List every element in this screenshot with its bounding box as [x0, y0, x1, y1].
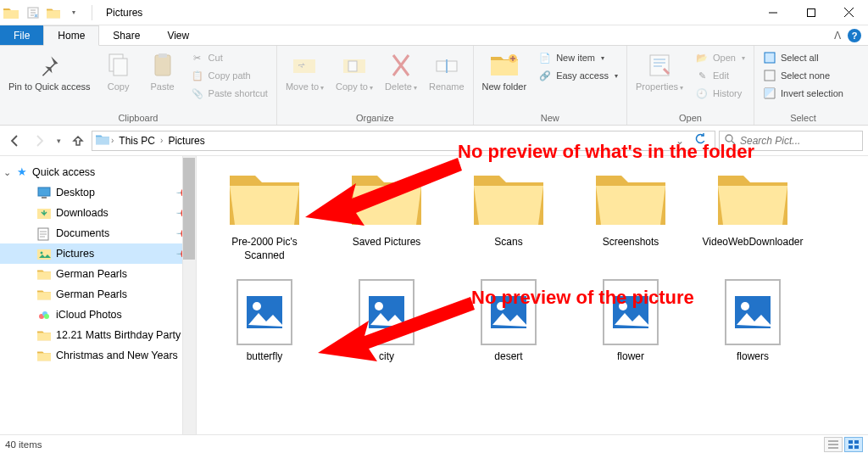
copy-button[interactable]: Copy — [97, 48, 140, 96]
nav-folder-bday[interactable]: 12.21 Matts Birthday Party — [0, 325, 196, 345]
star-icon: ★ — [17, 165, 27, 178]
address-bar: ▾ › This PC › Pictures ⌄ — [0, 126, 868, 156]
svg-rect-5 — [159, 53, 167, 58]
svg-rect-38 — [854, 445, 859, 449]
search-box[interactable] — [719, 131, 863, 151]
picture-item[interactable]: desert — [458, 279, 559, 364]
nav-icloud[interactable]: iCloud Photos — [0, 305, 196, 325]
large-icons-view-button[interactable] — [844, 437, 863, 452]
item-label: flowers — [737, 350, 769, 364]
folder-item[interactable]: Scans — [458, 165, 559, 262]
qat-dropdown-icon[interactable]: ▾ — [64, 3, 83, 22]
tab-view[interactable]: View — [153, 25, 203, 45]
folder-item[interactable]: Screenshots — [580, 165, 682, 262]
nav-pictures[interactable]: Pictures📌 — [0, 243, 196, 264]
nav-desktop[interactable]: Desktop📌 — [0, 182, 196, 203]
rename-button[interactable]: Rename — [424, 48, 470, 96]
nav-quick-access[interactable]: ⌄ ★ Quick access — [0, 161, 196, 182]
cut-button[interactable]: ✂Cut — [186, 49, 273, 66]
open-button[interactable]: 📂Open▾ — [690, 49, 750, 66]
window-icon — [3, 6, 19, 20]
breadcrumb[interactable]: › This PC › Pictures ⌄ — [92, 131, 715, 151]
tab-share[interactable]: Share — [99, 25, 153, 45]
maximize-button[interactable] — [792, 0, 830, 25]
nav-documents[interactable]: Documents📌 — [0, 223, 196, 243]
folder-icon — [468, 165, 549, 231]
qat-new-folder-icon[interactable] — [44, 3, 63, 22]
copy-path-button[interactable]: 📋Copy path — [186, 67, 273, 84]
collapse-ribbon-icon[interactable]: ᐱ — [834, 30, 841, 42]
nav-scrollbar[interactable] — [182, 156, 196, 434]
select-all-icon — [763, 51, 776, 64]
invert-selection-button[interactable]: Invert selection — [758, 85, 849, 102]
group-label-clipboard: Clipboard — [3, 111, 273, 125]
chevron-right-icon[interactable]: › — [111, 136, 114, 145]
edit-icon: ✎ — [695, 69, 709, 82]
folder-icon — [712, 165, 793, 231]
crumb-pictures[interactable]: Pictures — [164, 133, 208, 148]
content-area[interactable]: Pre-2000 Pic's ScannedSaved PicturesScan… — [197, 156, 868, 434]
picture-item[interactable]: flower — [580, 279, 682, 364]
select-all-button[interactable]: Select all — [758, 49, 849, 66]
paste-icon — [153, 51, 173, 80]
pin-to-quick-access-button[interactable]: Pin to Quick access — [3, 48, 96, 96]
move-to-button[interactable]: Move to▾ — [281, 48, 329, 96]
group-label-organize: Organize — [281, 111, 470, 125]
recent-locations-button[interactable]: ▾ — [53, 131, 64, 151]
back-button[interactable] — [5, 131, 25, 151]
history-icon: 🕘 — [695, 87, 709, 100]
easy-access-button[interactable]: 🔗Easy access▾ — [533, 67, 623, 84]
image-file-icon — [712, 279, 793, 345]
qat-properties-icon[interactable] — [24, 3, 42, 22]
history-button[interactable]: 🕘History — [690, 85, 750, 102]
item-label: flower — [617, 350, 644, 364]
folder-item[interactable]: Saved Pictures — [336, 165, 437, 262]
up-button[interactable] — [68, 131, 88, 151]
group-label-select: Select — [758, 111, 849, 125]
help-icon[interactable]: ? — [848, 29, 861, 42]
new-folder-button[interactable]: New folder — [477, 48, 532, 96]
folder-item[interactable]: VideoWebDownloader — [702, 165, 804, 262]
picture-item[interactable]: city — [336, 279, 437, 364]
svg-rect-10 — [765, 53, 775, 63]
nav-folder-gp2[interactable]: German Pearls — [0, 284, 196, 305]
copy-path-icon: 📋 — [191, 69, 204, 82]
nav-downloads[interactable]: Downloads📌 — [0, 203, 196, 223]
address-dropdown-icon[interactable]: ⌄ — [672, 135, 687, 147]
forward-button[interactable] — [29, 131, 49, 151]
copy-icon — [108, 51, 130, 80]
picture-item[interactable]: flowers — [702, 279, 804, 364]
crumb-this-pc[interactable]: This PC — [115, 133, 159, 148]
copy-to-icon — [342, 51, 367, 80]
edit-button[interactable]: ✎Edit — [690, 67, 750, 84]
properties-button[interactable]: Properties▾ — [631, 48, 688, 96]
paste-button[interactable]: Paste — [142, 48, 184, 96]
item-label: Saved Pictures — [353, 236, 421, 249]
search-input[interactable] — [740, 135, 857, 147]
properties-icon — [648, 51, 670, 80]
select-none-button[interactable]: Select none — [758, 67, 849, 84]
tab-home[interactable]: Home — [43, 25, 99, 46]
paste-shortcut-button[interactable]: 📎Paste shortcut — [186, 85, 273, 102]
delete-button[interactable]: Delete▾ — [380, 48, 422, 96]
folder-icon — [96, 133, 109, 148]
close-button[interactable] — [830, 0, 868, 25]
new-item-button[interactable]: 📄New item▾ — [533, 49, 623, 66]
chevron-down-icon[interactable]: ⌄ — [3, 167, 11, 178]
nav-folder-gp1[interactable]: German Pearls — [0, 264, 196, 284]
details-view-button[interactable] — [824, 437, 843, 452]
nav-folder-xmas[interactable]: Christmas and New Years — [0, 345, 196, 366]
scrollbar-thumb[interactable] — [183, 158, 195, 260]
image-file-icon — [346, 279, 427, 345]
folder-item[interactable]: Pre-2000 Pic's Scanned — [214, 165, 315, 262]
desktop-icon — [37, 187, 51, 199]
picture-item[interactable]: butterfly — [214, 279, 315, 364]
chevron-right-icon[interactable]: › — [160, 136, 163, 145]
copy-to-button[interactable]: Copy to▾ — [331, 48, 378, 96]
folder-icon — [37, 350, 51, 361]
minimize-button[interactable] — [754, 0, 792, 25]
refresh-button[interactable] — [689, 133, 711, 148]
tab-file[interactable]: File — [0, 25, 43, 45]
easy-access-icon: 🔗 — [538, 69, 552, 82]
svg-point-19 — [44, 314, 49, 319]
